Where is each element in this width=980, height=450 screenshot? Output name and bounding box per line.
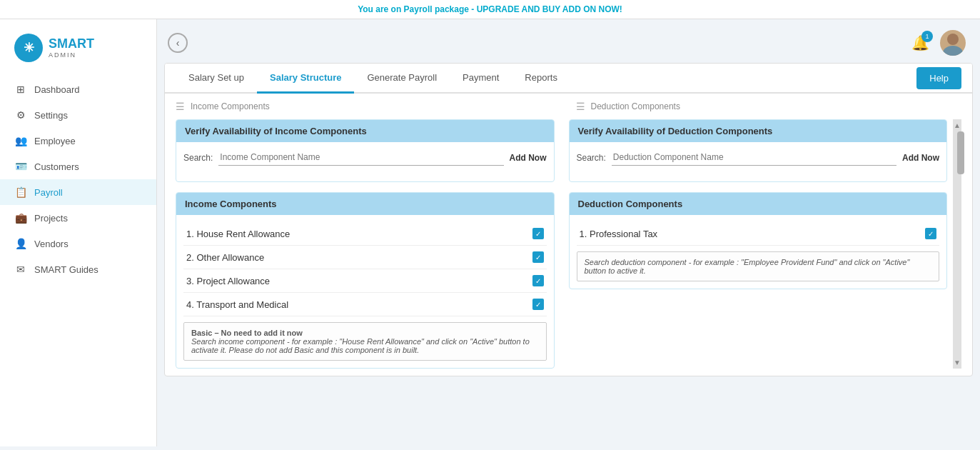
columns-area: Verify Availability of Income Components… (176, 119, 947, 369)
income-item-2-checkbox[interactable]: ✓ (532, 275, 544, 286)
sidebar-item-employee[interactable]: 👥 Employee (0, 128, 156, 154)
deduction-list-title: Deduction Components (570, 193, 947, 215)
income-add-now-button[interactable]: Add Now (510, 153, 547, 163)
scroll-up-arrow[interactable]: ▲ (951, 119, 963, 131)
main-card: Salary Set up Salary Structure Generate … (164, 63, 973, 376)
logo-name: SMART (49, 37, 94, 51)
deduction-info-text: Search deduction component - for example… (585, 258, 910, 275)
deduction-section-label: Deduction Components (591, 101, 680, 111)
income-info-title: Basic – No need to add it now (191, 329, 303, 337)
logo-icon: ✳ (14, 34, 43, 62)
sidebar-item-smart-guides[interactable]: ✉ SMART Guides (0, 256, 156, 282)
sidebar-item-dashboard[interactable]: ⊞ Dashboard (0, 76, 156, 102)
deduction-hamburger-icon[interactable]: ☰ (576, 101, 585, 112)
dashboard-icon: ⊞ (14, 84, 27, 95)
scroll-thumb[interactable] (957, 131, 964, 174)
deduction-verify-content: Search: Add Now (570, 142, 947, 181)
deduction-section-header: ☰ Deduction Components (576, 101, 962, 112)
sidebar-label-employee: Employee (34, 136, 76, 146)
income-list-box: Income Components 1. House Rent Allowanc… (176, 192, 555, 369)
help-button[interactable]: Help (916, 67, 961, 89)
employee-icon: 👥 (14, 135, 27, 146)
back-button[interactable]: ‹ (168, 33, 188, 53)
settings-icon: ⚙ (14, 109, 27, 121)
income-list-item: 1. House Rent Allowance ✓ (183, 222, 547, 246)
tab-reports[interactable]: Reports (512, 64, 570, 94)
income-section-header: ☰ Income Components (176, 101, 562, 112)
notification-bell[interactable]: 🔔 1 (911, 34, 929, 51)
sidebar-label-customers: Customers (34, 161, 79, 172)
income-list-item: 2. Other Allowance ✓ (183, 246, 547, 269)
income-list-content: 1. House Rent Allowance ✓ 2. Other Allow… (176, 215, 554, 368)
main-content: ‹ 🔔 1 Salary Set up (157, 19, 980, 446)
deduction-verify-title: Verify Availability of Deduction Compone… (570, 120, 947, 142)
scrollbar[interactable]: ▲ ▼ (953, 119, 961, 369)
sidebar-label-vendors: Vendors (34, 239, 69, 249)
payroll-icon: 📋 (14, 186, 27, 198)
two-column-layout: Verify Availability of Income Components… (176, 119, 961, 369)
sidebar-label-smart-guides: SMART Guides (34, 264, 98, 275)
sidebar-label-projects: Projects (34, 213, 68, 224)
sidebar-item-projects[interactable]: 💼 Projects (0, 205, 156, 231)
banner-text: You are on Payroll package - UPGRADE AND… (358, 4, 622, 14)
deduction-search-input[interactable] (612, 149, 896, 166)
top-icons: 🔔 1 (911, 30, 966, 56)
sidebar: ✳ SMART ADMIN ⊞ Dashboard ⚙ Settings 👥 E… (0, 19, 157, 446)
sidebar-item-customers[interactable]: 🪪 Customers (0, 154, 156, 179)
deduction-list-box: Deduction Components 1. Professional Tax… (569, 192, 948, 289)
upgrade-banner: You are on Payroll package - UPGRADE AND… (0, 0, 980, 19)
scroll-down-arrow[interactable]: ▼ (951, 356, 963, 369)
income-list-item: 3. Project Allowance ✓ (183, 269, 547, 293)
tab-salary-structure[interactable]: Salary Structure (257, 64, 354, 94)
notification-badge: 1 (921, 31, 933, 42)
income-search-label: Search: (183, 153, 213, 163)
income-item-1-checkbox[interactable]: ✓ (532, 251, 544, 263)
deduction-list-item: 1. Professional Tax ✓ (577, 222, 940, 246)
income-item-3-checkbox[interactable]: ✓ (532, 299, 544, 310)
tab-payment[interactable]: Payment (450, 64, 512, 94)
income-list-item: 4. Transport and Medical ✓ (183, 293, 547, 316)
income-hamburger-icon[interactable]: ☰ (176, 101, 185, 112)
smart-guides-icon: ✉ (14, 264, 27, 275)
customers-icon: 🪪 (14, 161, 27, 172)
income-item-0-checkbox[interactable]: ✓ (532, 228, 544, 239)
footer: Copyright © 2021 | All rights reserved. (0, 446, 980, 450)
deduction-search-row: Search: Add Now (577, 149, 940, 166)
tab-generate-payroll[interactable]: Generate Payroll (354, 64, 450, 94)
avatar-image (940, 30, 966, 56)
deduction-verify-box: Verify Availability of Deduction Compone… (569, 119, 948, 182)
card-body: ☰ Income Components ☰ Deduction Componen… (165, 94, 972, 376)
tab-salary-setup[interactable]: Salary Set up (176, 64, 257, 94)
sidebar-item-settings[interactable]: ⚙ Settings (0, 102, 156, 128)
deduction-column: Verify Availability of Deduction Compone… (569, 119, 948, 369)
logo: ✳ SMART ADMIN (0, 26, 156, 76)
income-search-input[interactable] (218, 149, 503, 166)
income-verify-content: Search: Add Now (176, 142, 554, 181)
income-column: Verify Availability of Income Components… (176, 119, 555, 369)
two-col: Verify Availability of Income Components… (176, 119, 947, 369)
vendors-icon: 👤 (14, 238, 27, 249)
sidebar-label-payroll: Payroll (34, 187, 63, 198)
sidebar-item-vendors[interactable]: 👤 Vendors (0, 231, 156, 256)
sidebar-item-payroll[interactable]: 📋 Payroll (0, 179, 156, 205)
income-section-label: Income Components (191, 101, 270, 111)
income-list-title: Income Components (176, 193, 554, 215)
deduction-add-now-button[interactable]: Add Now (902, 153, 939, 163)
tab-bar: Salary Set up Salary Structure Generate … (165, 64, 972, 94)
income-info-text: Search income component - for example : … (191, 337, 530, 354)
income-info-box: Basic – No need to add it now Search inc… (183, 322, 547, 361)
user-avatar[interactable] (940, 30, 966, 56)
income-search-row: Search: Add Now (183, 149, 547, 166)
content-topbar: ‹ 🔔 1 (164, 26, 973, 63)
section-headers: ☰ Income Components ☰ Deduction Componen… (176, 101, 961, 112)
sidebar-label-dashboard: Dashboard (34, 84, 80, 95)
projects-icon: 💼 (14, 212, 27, 224)
logo-sub: ADMIN (49, 51, 94, 59)
deduction-item-0-checkbox[interactable]: ✓ (925, 228, 936, 239)
sidebar-label-settings: Settings (34, 110, 68, 121)
income-verify-title: Verify Availability of Income Components (176, 120, 554, 142)
deduction-info-box: Search deduction component - for example… (577, 251, 940, 281)
svg-point-1 (943, 46, 963, 56)
deduction-search-label: Search: (577, 153, 606, 163)
svg-point-0 (947, 34, 959, 45)
